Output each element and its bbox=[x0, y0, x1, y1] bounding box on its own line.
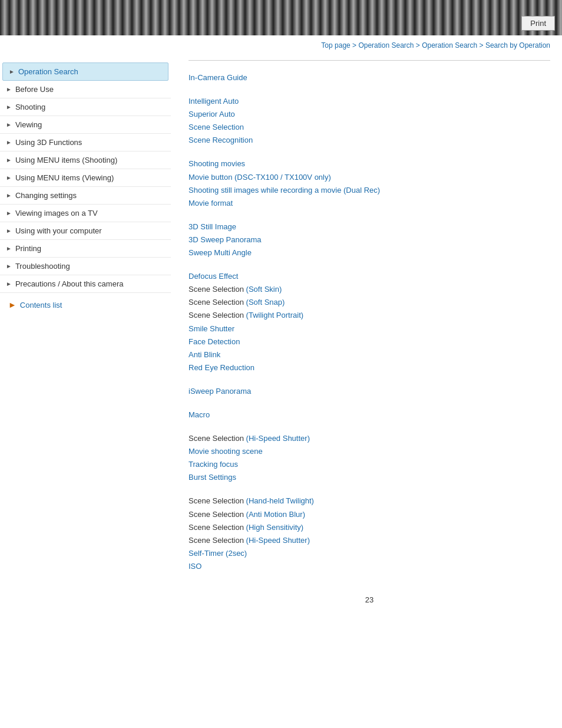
text-scene-hand-held-twilight: Scene Selection (Hand-held Twilight) bbox=[189, 495, 550, 508]
sidebar-label: Using 3D Functions bbox=[15, 138, 82, 147]
link-shooting-movies[interactable]: Shooting movies bbox=[189, 157, 550, 170]
breadcrumb-search-by-operation[interactable]: Search by Operation bbox=[485, 41, 550, 50]
link-in-camera-guide[interactable]: In-Camera Guide bbox=[189, 71, 550, 84]
link-dual-rec[interactable]: Shooting still images while recording a … bbox=[189, 184, 550, 197]
content-area: In-Camera Guide Intelligent Auto Superio… bbox=[171, 54, 562, 622]
sidebar-item-changing-settings[interactable]: ► Changing settings bbox=[0, 187, 171, 205]
section-movies: Shooting movies Movie button (DSC-TX100 … bbox=[189, 157, 550, 209]
sidebar-item-operation-search[interactable]: ► Operation Search bbox=[2, 62, 168, 81]
sidebar-item-computer[interactable]: ► Using with your computer bbox=[0, 222, 171, 240]
link-defocus-effect[interactable]: Defocus Effect bbox=[189, 270, 550, 283]
sidebar-item-3d-functions[interactable]: ► Using 3D Functions bbox=[0, 134, 171, 151]
sidebar-item-troubleshooting[interactable]: ► Troubleshooting bbox=[0, 258, 171, 275]
link-hi-speed-shutter-2[interactable]: (Hi-Speed Shutter) bbox=[246, 536, 310, 545]
section-auto-modes: Intelligent Auto Superior Auto Scene Sel… bbox=[189, 95, 550, 147]
sidebar-label: Before Use bbox=[15, 85, 54, 94]
arrow-icon: ► bbox=[6, 228, 12, 234]
sidebar-label: Viewing bbox=[15, 120, 42, 129]
link-anti-blink[interactable]: Anti Blink bbox=[189, 348, 550, 361]
link-movie-format[interactable]: Movie format bbox=[189, 197, 550, 210]
section-portrait: Defocus Effect Scene Selection (Soft Ski… bbox=[189, 270, 550, 374]
sidebar-label: Operation Search bbox=[18, 67, 78, 76]
link-hand-held-twilight[interactable]: (Hand-held Twilight) bbox=[246, 496, 314, 505]
link-high-sensitivity[interactable]: (High Sensitivity) bbox=[246, 523, 304, 532]
link-sweep-multi-angle[interactable]: Sweep Multi Angle bbox=[189, 246, 550, 259]
text-scene-soft-skin: Scene Selection (Soft Skin) bbox=[189, 283, 550, 296]
sidebar-label: Precautions / About this camera bbox=[15, 279, 124, 288]
link-tracking-focus[interactable]: Tracking focus bbox=[189, 458, 550, 471]
sidebar-item-shooting[interactable]: ► Shooting bbox=[0, 98, 171, 116]
header-stripe: Print bbox=[0, 0, 562, 35]
print-button[interactable]: Print bbox=[521, 16, 555, 31]
arrow-icon: ► bbox=[9, 68, 15, 75]
arrow-icon: ► bbox=[6, 192, 12, 199]
sidebar-label: Using MENU items (Viewing) bbox=[15, 173, 114, 182]
link-soft-snap[interactable]: (Soft Snap) bbox=[246, 298, 285, 307]
link-twilight-portrait[interactable]: (Twilight Portrait) bbox=[246, 311, 304, 319]
arrow-icon: ► bbox=[6, 210, 12, 216]
breadcrumb-operation-search-2[interactable]: Operation Search bbox=[422, 41, 477, 50]
link-scene-selection[interactable]: Scene Selection bbox=[189, 121, 550, 134]
sidebar-label: Using with your computer bbox=[15, 226, 102, 235]
sidebar-item-menu-viewing[interactable]: ► Using MENU items (Viewing) bbox=[0, 169, 171, 187]
sidebar-item-before-use[interactable]: ► Before Use bbox=[0, 81, 171, 98]
sidebar-label: Printing bbox=[15, 244, 41, 253]
sidebar-item-menu-shooting[interactable]: ► Using MENU items (Shooting) bbox=[0, 151, 171, 169]
breadcrumb: Top page > Operation Search > Operation … bbox=[0, 35, 562, 54]
sidebar-item-viewing[interactable]: ► Viewing bbox=[0, 116, 171, 134]
section-isweep: iSweep Panorama bbox=[189, 385, 550, 398]
text-scene-hspeed-shutter: Scene Selection (Hi-Speed Shutter) bbox=[189, 432, 550, 445]
divider bbox=[189, 60, 550, 61]
sidebar-label: Using MENU items (Shooting) bbox=[15, 156, 117, 164]
link-movie-shooting-scene[interactable]: Movie shooting scene bbox=[189, 445, 550, 458]
text-scene-soft-snap: Scene Selection (Soft Snap) bbox=[189, 296, 550, 309]
sidebar-label: Troubleshooting bbox=[15, 262, 70, 271]
sidebar-item-viewing-tv[interactable]: ► Viewing images on a TV bbox=[0, 205, 171, 222]
link-intelligent-auto[interactable]: Intelligent Auto bbox=[189, 95, 550, 108]
text-scene-high-sensitivity: Scene Selection (High Sensitivity) bbox=[189, 521, 550, 534]
section-in-camera-guide: In-Camera Guide bbox=[189, 71, 550, 84]
arrow-icon: ► bbox=[6, 263, 12, 269]
sidebar-label: Changing settings bbox=[15, 191, 77, 200]
sidebar-label: Viewing images on a TV bbox=[15, 209, 98, 218]
link-3d-still-image[interactable]: 3D Still Image bbox=[189, 220, 550, 233]
link-red-eye-reduction[interactable]: Red Eye Reduction bbox=[189, 361, 550, 374]
link-anti-motion-blur[interactable]: (Anti Motion Blur) bbox=[246, 510, 305, 519]
link-isweep-panorama[interactable]: iSweep Panorama bbox=[189, 385, 550, 398]
link-soft-skin[interactable]: (Soft Skin) bbox=[246, 285, 282, 294]
page-number: 23 bbox=[189, 584, 550, 610]
text-scene-anti-motion-blur: Scene Selection (Anti Motion Blur) bbox=[189, 508, 550, 521]
link-smile-shutter[interactable]: Smile Shutter bbox=[189, 322, 550, 335]
link-burst-settings[interactable]: Burst Settings bbox=[189, 471, 550, 484]
sidebar: ► Operation Search ► Before Use ► Shooti… bbox=[0, 54, 171, 319]
arrow-right-icon: ► bbox=[8, 300, 16, 309]
arrow-icon: ► bbox=[6, 104, 12, 110]
sidebar-item-printing[interactable]: ► Printing bbox=[0, 240, 171, 258]
link-macro[interactable]: Macro bbox=[189, 409, 550, 421]
breadcrumb-top-page[interactable]: Top page bbox=[321, 41, 350, 50]
contents-list-link[interactable]: ► Contents list bbox=[0, 293, 171, 313]
arrow-icon: ► bbox=[6, 157, 12, 163]
link-scene-recognition[interactable]: Scene Recognition bbox=[189, 134, 550, 147]
sidebar-label: Shooting bbox=[15, 103, 45, 111]
link-iso[interactable]: ISO bbox=[189, 560, 550, 573]
link-hi-speed-shutter-1[interactable]: (Hi-Speed Shutter) bbox=[246, 434, 310, 443]
breadcrumb-operation-search-1[interactable]: Operation Search bbox=[358, 41, 414, 50]
arrow-icon: ► bbox=[6, 86, 12, 93]
contents-list-label: Contents list bbox=[20, 301, 62, 309]
link-superior-auto[interactable]: Superior Auto bbox=[189, 108, 550, 121]
arrow-icon: ► bbox=[6, 281, 12, 287]
link-self-timer[interactable]: Self-Timer (2sec) bbox=[189, 547, 550, 560]
section-low-light: Scene Selection (Hand-held Twilight) Sce… bbox=[189, 495, 550, 573]
main-layout: ► Operation Search ► Before Use ► Shooti… bbox=[0, 54, 562, 622]
text-scene-twilight-portrait: Scene Selection (Twilight Portrait) bbox=[189, 309, 550, 322]
section-speed: Scene Selection (Hi-Speed Shutter) Movie… bbox=[189, 432, 550, 484]
link-movie-button[interactable]: Movie button (DSC-TX100 / TX100V only) bbox=[189, 171, 550, 184]
link-3d-sweep-panorama[interactable]: 3D Sweep Panorama bbox=[189, 233, 550, 246]
arrow-icon: ► bbox=[6, 121, 12, 128]
sidebar-item-precautions[interactable]: ► Precautions / About this camera bbox=[0, 275, 171, 293]
arrow-icon: ► bbox=[6, 245, 12, 252]
section-3d: 3D Still Image 3D Sweep Panorama Sweep M… bbox=[189, 220, 550, 259]
arrow-icon: ► bbox=[6, 174, 12, 181]
link-face-detection[interactable]: Face Detection bbox=[189, 335, 550, 348]
